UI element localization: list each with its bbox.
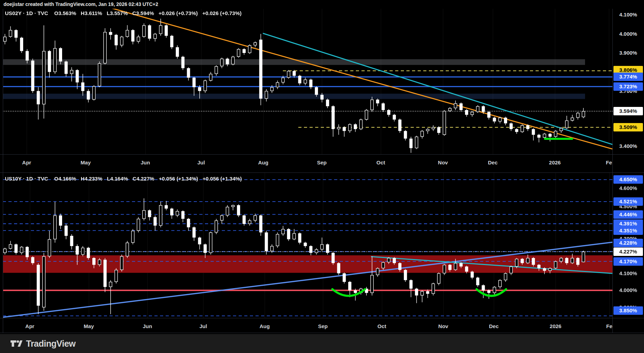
legend-value: C4.227% xyxy=(133,176,154,182)
month-label: Jun xyxy=(141,159,150,165)
month-label: Dec xyxy=(489,323,499,329)
month-label: Aug xyxy=(258,159,268,165)
axis-tick-label: 4.000% xyxy=(613,287,643,293)
month-label: May xyxy=(80,159,91,165)
price-chart-us10y[interactable] xyxy=(0,173,644,318)
tradingview-logo-icon xyxy=(11,338,22,349)
month-label: Jul xyxy=(197,159,205,165)
legend-value: H4.233% xyxy=(81,176,102,182)
price-badge: 3.850% xyxy=(613,306,643,315)
time-axis-bottom[interactable]: AprMayJunJulAugSepOctNovDec2026Fe xyxy=(0,318,644,336)
axis-tick-label: 3.400% xyxy=(613,143,643,149)
left-border xyxy=(3,9,3,333)
legend-us02y[interactable]: US02Y · 1D · TVC O3.563%H3.611%L3.557%C3… xyxy=(5,10,246,16)
brand-name: TradingView xyxy=(26,339,75,349)
legend-value: O3.563% xyxy=(54,10,77,16)
price-badge: 3.509% xyxy=(613,123,643,131)
legend-value: +0.026 (+0.73%) xyxy=(159,10,198,16)
month-label: Jun xyxy=(143,323,152,329)
pane2-top-border xyxy=(0,172,644,173)
price-badge: 4.351% xyxy=(613,226,643,235)
legend-value: +0.026 (+0.73%) xyxy=(203,10,242,16)
tradingview-published-chart: doejistar created with TradingView.com, … xyxy=(0,0,644,353)
month-label: Fe xyxy=(606,159,612,165)
time-axis-bottom-border xyxy=(0,333,644,333)
month-label: Dec xyxy=(488,159,498,165)
month-label: Jul xyxy=(199,323,207,329)
legend-value: +0.056 (+1.34%) xyxy=(203,176,242,182)
price-badge: 4.228% xyxy=(613,239,643,247)
month-label: May xyxy=(84,323,94,329)
pane1-bottom-border xyxy=(0,154,644,155)
footer: TradingView xyxy=(0,334,644,353)
axis-tick-label: 4.100% xyxy=(613,270,643,276)
month-label: Oct xyxy=(377,323,386,329)
price-badge: 4.446% xyxy=(613,210,643,219)
axis-tick-label: 3.900% xyxy=(613,50,643,56)
legend-title: US10Y · 1D · TVC xyxy=(5,176,48,182)
price-badge: 3.594% xyxy=(613,107,643,115)
price-badge: 3.774% xyxy=(613,73,643,81)
titlebar: doejistar created with TradingView.com, … xyxy=(0,0,644,9)
legend-us10y[interactable]: US10Y · 1D · TVC O4.166%H4.233%L4.164%C4… xyxy=(5,176,246,182)
month-label: 2026 xyxy=(550,323,561,329)
month-label: Apr xyxy=(22,159,31,165)
pane2-bottom-border xyxy=(0,318,644,318)
month-label: 2026 xyxy=(549,159,560,165)
legend-value: L4.164% xyxy=(107,176,128,182)
price-badge: 4.170% xyxy=(613,257,643,266)
axis-tick-label: 4.100% xyxy=(613,12,643,18)
legend-value: H3.611% xyxy=(81,10,102,16)
price-badge: 3.723% xyxy=(613,82,643,91)
month-label: Oct xyxy=(376,159,385,165)
legend-value: L3.557% xyxy=(107,10,128,16)
axis-tick-label: 4.600% xyxy=(613,185,643,191)
time-axis-top[interactable]: AprMayJunJulAugSepOctNovDec2026Fe xyxy=(0,155,644,172)
month-label: Sep xyxy=(317,159,327,165)
month-label: Nov xyxy=(438,159,448,165)
price-badge: 4.521% xyxy=(613,197,643,206)
legend-value: C3.594% xyxy=(132,10,154,16)
month-label: Sep xyxy=(318,323,328,329)
legend-value: O4.166% xyxy=(54,176,77,182)
legend-title: US02Y · 1D · TVC xyxy=(5,10,48,16)
tradingview-logo-link[interactable]: TradingView xyxy=(11,338,75,349)
legend-value: +0.056 (+1.34%) xyxy=(159,176,198,182)
axis-border xyxy=(612,9,613,333)
month-label: Apr xyxy=(25,323,34,329)
price-badge: 4.650% xyxy=(613,175,643,184)
month-label: Aug xyxy=(259,323,270,329)
month-label: Nov xyxy=(438,323,448,329)
month-label: Fe xyxy=(606,323,612,329)
price-chart-us02y[interactable] xyxy=(0,9,644,154)
attribution-text: doejistar created with TradingView.com, … xyxy=(4,1,158,7)
axis-tick-label: 4.000% xyxy=(613,31,643,37)
price-badge: 4.227% xyxy=(613,247,643,256)
